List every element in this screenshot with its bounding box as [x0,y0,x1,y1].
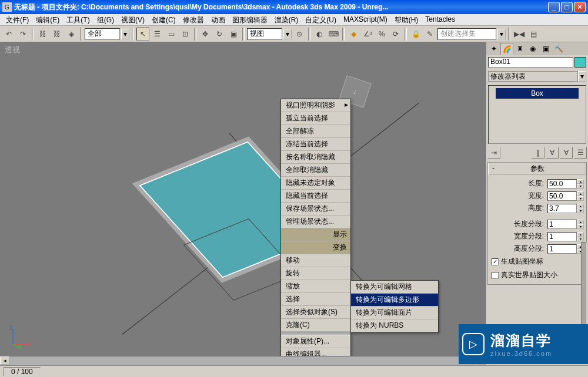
cm-unfreeze-all[interactable]: 全部解冻 [281,125,350,138]
cm-unhide-all[interactable]: 全部取消隐藏 [281,164,350,177]
cm-manage-scene-state[interactable]: 管理场景状态... [281,216,350,228]
menu-file[interactable]: 文件(F) [2,14,32,25]
cm-object-properties[interactable]: 对象属性(P)... [281,335,350,348]
filter-dropdown-icon[interactable]: ▾ [121,29,129,39]
menu-render[interactable]: 渲染(R) [271,14,302,25]
menu-tools[interactable]: 工具(T) [63,14,93,25]
cm-unhide-by-name[interactable]: 按名称取消隐藏 [281,151,350,164]
window-crossing-button[interactable]: ⊡ [179,28,192,41]
snap-toggle-button[interactable]: ◆ [347,28,360,41]
menu-edit[interactable]: 编辑(E) [32,14,63,25]
cm-convert-mesh[interactable]: 转换为可编辑网格 [351,281,438,294]
cm-hide-unselected[interactable]: 隐藏未选定对象 [281,177,350,190]
menu-modifiers[interactable]: 修改器 [179,14,208,25]
rotate-button[interactable]: ↻ [213,28,226,41]
object-color-swatch[interactable] [574,57,586,68]
cm-select-similar[interactable]: 选择类似对象(S) [281,306,350,319]
named-sel-lock-button[interactable]: 🔒 [409,28,422,41]
menu-create[interactable]: 创建(C) [148,14,179,25]
configure-sets-button[interactable]: ☰ [574,147,587,159]
menu-customize[interactable]: 自定义(U) [302,14,340,25]
scroll-left-button[interactable]: ◂ [0,356,9,365]
angle-snap-button[interactable]: ∠³ [361,28,374,41]
select-by-name-button[interactable]: ☰ [151,28,163,41]
cm-save-scene-state[interactable]: 保存场景状态... [281,203,350,216]
gen-map-checkbox[interactable]: ✓ [492,258,499,265]
bind-button[interactable]: ◈ [65,28,78,41]
link-button[interactable]: ⛓ [36,28,49,41]
named-selection-combo[interactable]: 创建选择集 [437,28,496,40]
close-button[interactable]: × [574,2,586,12]
minimize-button[interactable]: _ [548,2,560,12]
scale-button[interactable]: ▣ [227,28,240,41]
percent-snap-button[interactable]: % [375,28,388,41]
create-tab[interactable]: ✦ [487,43,500,55]
coord-dropdown-icon[interactable]: ▾ [283,29,292,39]
cm-hide-selection[interactable]: 隐藏当前选择 [281,190,350,203]
menu-animation[interactable]: 动画 [208,14,229,25]
params-rollout-header[interactable]: 参数 [488,163,586,175]
select-object-button[interactable]: ↖ [136,28,149,41]
maximize-button[interactable]: □ [561,2,573,12]
lsegs-spinner[interactable]: ▴▾ [577,220,584,229]
cm-select[interactable]: 选择 [281,293,350,306]
cm-rotate[interactable]: 旋转 [281,267,350,280]
hsegs-input[interactable]: 1 [547,244,577,254]
menu-tentacles[interactable]: Tentacles [422,14,459,25]
manipulate-button[interactable]: ◐ [313,28,326,41]
pin-stack-button[interactable]: ⇥ [487,147,500,159]
sel-set-dropdown-icon[interactable]: ▾ [497,29,506,39]
menu-help[interactable]: 帮助(H) [391,14,422,25]
real-world-checkbox[interactable] [492,272,499,279]
hierarchy-tab[interactable]: ♜ [513,43,526,55]
lsegs-input[interactable]: 1 [547,220,577,229]
cm-convert-patch[interactable]: 转换为可编辑面片 [351,307,438,319]
move-button[interactable]: ✥ [199,28,212,41]
cm-clone[interactable]: 克隆(C) [281,319,350,332]
height-spinner[interactable]: ▴▾ [577,204,584,213]
length-spinner[interactable]: ▴▾ [577,179,584,188]
cm-viewport-lighting[interactable]: 视口照明和阴影 [281,99,350,112]
modify-tab[interactable]: 🌈 [500,43,513,55]
length-input[interactable]: 50.0 [547,179,577,188]
time-slider-scrollbar[interactable]: ◂ ▸ [0,356,486,365]
pivot-button[interactable]: ⊙ [293,28,306,41]
modifier-list-combo[interactable]: 修改器列表 [488,71,578,82]
motion-tab[interactable]: ◉ [526,43,539,55]
redo-button[interactable]: ↷ [16,28,29,41]
wsegs-spinner[interactable]: ▴▾ [577,232,584,241]
unlink-button[interactable]: ⛓ [51,28,64,41]
make-unique-button[interactable]: ∀ [546,147,559,159]
cm-freeze-selection[interactable]: 冻结当前选择 [281,138,350,151]
height-input[interactable]: 3.7 [547,204,577,213]
menu-graph[interactable]: 图形编辑器 [229,14,271,25]
select-region-button[interactable]: ▭ [165,28,178,41]
cm-convert-nurbs[interactable]: 转换为 NURBS [351,319,438,332]
object-name-input[interactable]: Box01 [488,57,573,68]
undo-button[interactable]: ↶ [2,28,15,41]
modifier-dropdown-icon[interactable]: ▾ [578,71,586,82]
display-tab[interactable]: ▣ [539,43,552,55]
menu-maxscript[interactable]: MAXScript(M) [340,14,391,25]
keyboard-shortcut-button[interactable]: ⌨ [327,28,340,41]
spinner-snap-button[interactable]: ⟳ [389,28,402,41]
width-spinner[interactable]: ▴▾ [577,191,584,201]
modifier-stack[interactable]: Box [488,85,586,144]
menu-views[interactable]: 视图(V) [118,14,148,25]
width-input[interactable]: 50.0 [547,191,577,201]
stack-item-box[interactable]: Box [496,88,579,99]
show-end-result-button[interactable]: ‖ [532,147,544,159]
cm-convert-poly[interactable]: 转换为可编辑多边形 [351,294,438,307]
cm-isolate[interactable]: 孤立当前选择 [281,112,350,125]
selection-filter-combo[interactable]: 全部 [85,28,120,40]
cm-scale[interactable]: 缩放 [281,280,350,293]
utilities-tab[interactable]: 🔨 [552,43,565,55]
ref-coord-combo[interactable]: 视图 [247,28,282,40]
remove-modifier-button[interactable]: ∀ [560,147,573,159]
align-button[interactable]: ▤ [527,28,540,41]
cm-move[interactable]: 移动 [281,254,350,267]
mirror-button[interactable]: ▶◀ [513,28,526,41]
named-sel-edit-button[interactable]: ✎ [423,28,436,41]
menu-group[interactable]: 组(G) [93,14,118,25]
wsegs-input[interactable]: 1 [547,232,577,241]
